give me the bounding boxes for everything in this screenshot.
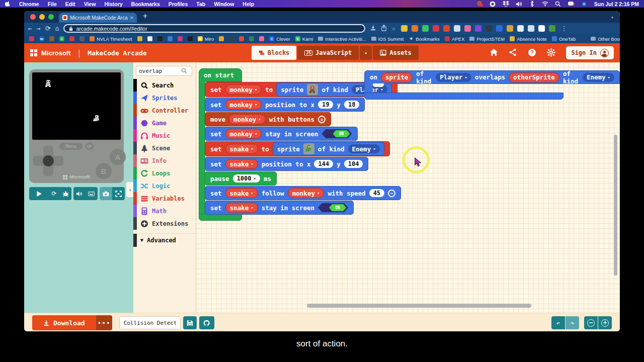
sidebar-item-logic[interactable]: Logic [133, 179, 196, 192]
dropdown-field[interactable]: Player▾ [436, 73, 471, 82]
bookmark-item[interactable]: ProjectSTEM [469, 36, 505, 42]
volume-icon[interactable] [516, 1, 522, 7]
horizontal-scrollbar[interactable] [307, 304, 531, 308]
bookmark-item[interactable]: APEX [445, 36, 464, 42]
makecode-brand[interactable]: Microsoft | MakeCode Arcade [30, 48, 147, 58]
toggle-on[interactable]: ON [318, 203, 348, 212]
overlap-event-foot[interactable] [364, 93, 564, 100]
sidebar-item-loops[interactable]: Loops [133, 167, 196, 179]
variable-pill[interactable]: otherSprite [509, 72, 559, 82]
screenshot-button[interactable] [100, 187, 112, 200]
redo-button[interactable]: ↷ [566, 316, 579, 329]
bookmark-item[interactable]: kKami [295, 36, 313, 42]
undo-button[interactable]: ↶ [551, 316, 565, 329]
menu-bookmarks[interactable]: Bookmarks [131, 1, 160, 7]
download-button[interactable]: Download ••• [32, 315, 112, 330]
bookmark-favicon[interactable] [137, 36, 142, 41]
bookmark-favicon[interactable] [178, 36, 183, 41]
bookmark-favicon[interactable] [168, 36, 173, 41]
overlap-event-block[interactable]: onspriteof kindPlayer▾overlapsotherSprit… [364, 70, 620, 84]
sprite-thumbnail[interactable] [303, 143, 314, 154]
address-bar[interactable]: arcade.makecode.com/#editor [63, 24, 365, 33]
sidebar-item-music[interactable]: Music [133, 129, 196, 142]
extension-icon[interactable] [422, 25, 429, 32]
sign-in-button[interactable]: Sign In [566, 46, 614, 59]
variable-pill[interactable]: monkey▾ [288, 188, 325, 198]
app-status-icon[interactable] [490, 1, 496, 7]
extension-icon[interactable] [475, 25, 481, 32]
bookmark-favicon[interactable] [69, 36, 74, 41]
extension-icon[interactable] [496, 25, 503, 32]
bookmark-item[interactable]: Interactive Activiti... [318, 36, 366, 42]
bookmark-favicon[interactable] [219, 36, 224, 41]
install-icon[interactable] [370, 25, 376, 32]
menu-view[interactable]: View [84, 1, 96, 7]
debug-button[interactable] [60, 187, 71, 200]
bookmark-favicon[interactable] [259, 36, 264, 41]
expand-plus-icon[interactable]: + [318, 116, 326, 123]
browser-menu-icon[interactable]: ⋮ [561, 25, 567, 32]
number-field[interactable]: 19 [318, 101, 333, 109]
browser-tab[interactable]: Microsoft MakeCode Arcade × [59, 13, 137, 23]
sidebar-item-info[interactable]: Info [133, 154, 196, 167]
forward-button[interactable]: → [37, 25, 41, 32]
bookmark-favicon[interactable] [239, 36, 244, 41]
block-row[interactable]: setsnake▾position to x144y104 [205, 157, 368, 171]
tab-blocks[interactable]: Blocks [252, 46, 296, 60]
block-row[interactable]: setmonkey▾stay in screenON [205, 127, 358, 141]
extension-icon[interactable] [454, 25, 460, 32]
menu-history[interactable]: History [104, 1, 122, 7]
help-icon[interactable]: ? [528, 48, 537, 57]
bookmark-favicon[interactable] [79, 36, 85, 41]
sidebar-item-variables[interactable]: Variables [133, 192, 196, 205]
extension-icon[interactable] [528, 25, 534, 32]
overlap-event-spine[interactable] [364, 83, 373, 93]
extension-icon[interactable] [443, 25, 450, 32]
sidebar-item-math[interactable]: Math [133, 205, 196, 217]
collapse-simulator-handle[interactable]: ‹ [126, 182, 134, 197]
tab-assets[interactable]: Assets [373, 46, 418, 60]
dropdown-field[interactable]: Enemy▾ [348, 144, 380, 153]
bookmark-item[interactable]: iOS Summit [371, 36, 404, 42]
sim-restart-icon[interactable]: ⟳ [86, 142, 94, 150]
sidebar-item-scene[interactable]: Scene [133, 142, 196, 154]
play-button[interactable] [29, 187, 48, 200]
sprite-thumbnail[interactable] [307, 84, 318, 95]
bookmark-favicon[interactable] [229, 36, 234, 41]
language-dropdown-chevron[interactable]: ▾ [360, 46, 372, 60]
tab-javascript[interactable]: JS JavaScript [297, 46, 359, 60]
sidebar-item-controller[interactable]: Controller [133, 104, 196, 117]
wifi-icon[interactable] [542, 1, 548, 7]
minimize-window-button[interactable] [39, 14, 45, 20]
dropbox-icon[interactable] [503, 1, 509, 7]
sidebar-item-extensions[interactable]: Extensions [133, 217, 196, 230]
tab-overflow-chevron-icon[interactable]: ▾ [611, 15, 614, 20]
reload-button[interactable]: ⟳ [45, 25, 51, 32]
tab-close-icon[interactable]: × [130, 15, 133, 21]
new-tab-button[interactable]: + [143, 12, 147, 23]
toggle-on[interactable]: ON [322, 129, 352, 138]
extension-icon[interactable] [433, 25, 439, 32]
download-more-button[interactable]: ••• [96, 315, 112, 330]
extension-icon[interactable] [517, 25, 524, 32]
bookmark-favicon[interactable] [188, 36, 193, 41]
menu-chrome[interactable]: Chrome [19, 1, 39, 7]
variable-pill[interactable]: snake▾ [225, 203, 258, 213]
sprite-sub-block[interactable]: spriteof kindEnemy▾ [273, 142, 384, 156]
bookmark-item[interactable]: MMiro [198, 36, 214, 42]
fullscreen-button[interactable] [112, 187, 125, 200]
number-field[interactable]: 104 [344, 160, 363, 168]
toolbox-advanced[interactable]: ▼ Advanced [133, 233, 196, 246]
bookmark-favicon[interactable]: A [147, 36, 152, 41]
number-field[interactable]: 45 [369, 189, 384, 197]
variable-pill[interactable]: snake▾ [225, 188, 258, 198]
blocks-workspace[interactable]: on start setmonkey▾tospriteof kindPlayer… [196, 62, 620, 313]
other-bookmarks-button[interactable]: Other Bookmarks [591, 36, 620, 42]
extension-icon[interactable] [486, 25, 492, 32]
menu-window[interactable]: Window [214, 1, 234, 7]
bluetooth-icon[interactable] [529, 1, 535, 7]
block-row[interactable]: setsnake▾stay in screenON [205, 201, 354, 215]
app-status-icon[interactable] [476, 1, 483, 7]
extension-icon[interactable] [538, 25, 545, 32]
bookmark-favicon[interactable] [249, 36, 254, 41]
